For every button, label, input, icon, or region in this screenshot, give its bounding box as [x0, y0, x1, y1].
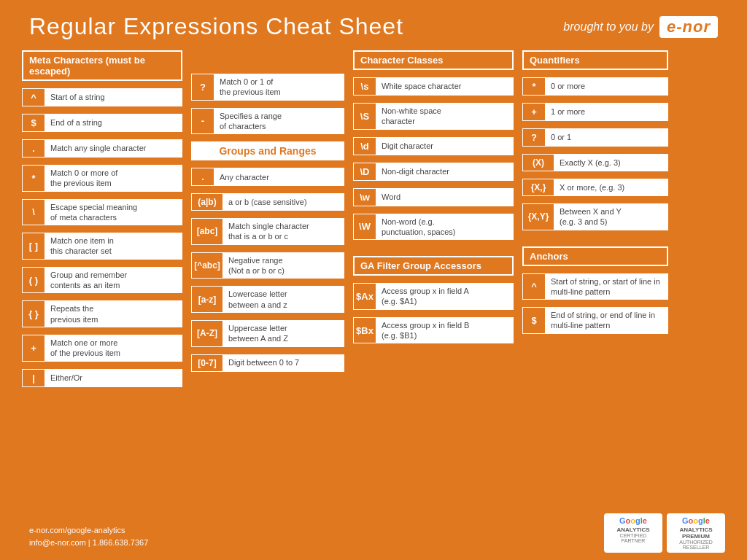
list-item: | Either/Or: [22, 369, 182, 387]
list-item: [ ] Match one item inthis character set: [22, 233, 182, 260]
list-item: ? Match 0 or 1 ofthe previous item: [191, 74, 344, 101]
anchors-title: Anchors: [522, 246, 668, 266]
desc-abc: Match single characterthat is a or b or …: [223, 218, 344, 245]
symbol-q-plus: +: [522, 103, 546, 121]
groups-ranges-section: ? Match 0 or 1 ofthe previous item - Spe…: [191, 50, 344, 390]
list-item: \ Escape special meaningof meta characte…: [22, 199, 182, 226]
desc-group: Group and remembercontents as an item: [45, 267, 182, 294]
header: Regular Expressions Cheat Sheet brought …: [0, 0, 747, 47]
badge-premium: Google ANALYTICS PREMIUM AUTHORIZEDRESEL…: [667, 513, 725, 553]
list-item: { } Repeats theprevious item: [22, 300, 182, 327]
badge-label-analytics: ANALYTICS: [610, 526, 657, 533]
desc-a-start: Start of string, or start of line in mul…: [546, 273, 668, 300]
list-item: [A-Z] Uppercase letterbetween A and Z: [191, 320, 344, 347]
footer: e-nor.com/google-analytics info@e-nor.co…: [29, 524, 148, 550]
symbol-q-star: *: [522, 77, 546, 96]
meta-section-title: Meta Characters (must be escaped): [22, 50, 182, 81]
desc-digit: Digit character: [376, 137, 514, 155]
list-item: * 0 or more: [522, 77, 668, 96]
symbol-dot: .: [22, 139, 45, 158]
symbol-brackets: [ ]: [22, 233, 45, 260]
badge-label-premium: ANALYTICS PREMIUM: [673, 526, 719, 540]
desc-bx: Access group x in field B(e.g. $B1): [376, 317, 514, 344]
desc-q-01: 0 or 1: [546, 128, 668, 147]
desc-word: Word: [376, 188, 514, 206]
symbol-q-XY: {X,Y}: [522, 203, 554, 230]
desc-q-XY: Between X and Y(e.g. 3 and 5): [554, 203, 668, 230]
list-item: (X) Exactly X (e.g. 3): [522, 154, 668, 171]
list-item: \D Non-digit character: [353, 163, 514, 181]
desc-either-or: Either/Or: [45, 369, 182, 387]
list-item: \w Word: [353, 188, 514, 206]
desc-one-more: Match one or moreof the previous item: [45, 335, 182, 362]
symbol-W: \W: [353, 214, 376, 241]
desc-AZ: Uppercase letterbetween A and Z: [223, 320, 344, 347]
desc-escape: Escape special meaningof meta characters: [45, 199, 182, 226]
desc-repeats: Repeats theprevious item: [45, 300, 182, 327]
list-item: . Any character: [191, 168, 344, 186]
desc-nondigit: Non-digit character: [376, 163, 514, 181]
list-item: $ End of a string: [22, 114, 182, 132]
desc-char-set: Match one item inthis character set: [45, 233, 182, 260]
symbol-07: [0-7]: [191, 354, 223, 372]
symbol-q: ?: [191, 74, 214, 101]
symbol-D: \D: [353, 163, 376, 181]
desc-q-exactX: Exactly X (e.g. 3): [554, 154, 668, 171]
footer-url: e-nor.com/google-analytics: [29, 524, 148, 537]
list-item: \s White space character: [353, 77, 514, 96]
desc-any-single: Match any single character: [45, 139, 182, 158]
brand-logo: e-nor: [659, 16, 718, 38]
desc-q-1more: 1 or more: [546, 103, 668, 121]
symbol-abc: [abc]: [191, 218, 223, 245]
desc-range: Specifies a rangeof characters: [214, 108, 344, 135]
desc-start-string: Start of a string: [45, 88, 182, 106]
footer-contact: info@e-nor.com | 1.866.638.7367: [29, 537, 148, 550]
desc-q-0more: 0 or more: [546, 77, 668, 96]
symbol-ab: (a|b): [191, 193, 223, 211]
desc-whitespace: White space character: [376, 77, 514, 96]
list-item: (a|b) a or b (case sensitive): [191, 193, 344, 211]
desc-match01: Match 0 or 1 ofthe previous item: [214, 74, 344, 101]
symbol-backslash: \: [22, 199, 45, 226]
char-classes-section: Character Classes \s White space charact…: [353, 50, 514, 390]
symbol-parens: ( ): [22, 267, 45, 294]
list-item: - Specifies a rangeof characters: [191, 108, 344, 135]
desc-q-Xmore: X or more, (e.g. 3): [554, 179, 668, 196]
groups-section-title: Groups and Ranges: [191, 141, 344, 160]
desc-zero-more: Match 0 or more ofthe previous item: [45, 165, 182, 192]
google-text: Google: [610, 516, 657, 525]
list-item: \d Digit character: [353, 137, 514, 155]
list-item: $Ax Access group x in field A(e.g. $A1): [353, 283, 514, 310]
desc-nonword: Non-word (e.g.punctuation, spaces): [376, 214, 514, 241]
symbol-ws: \s: [353, 77, 376, 96]
char-classes-title: Character Classes: [353, 50, 514, 70]
list-item: {X,Y} Between X and Y(e.g. 3 and 5): [522, 203, 668, 230]
main-content: Meta Characters (must be escaped) ^ Star…: [0, 50, 747, 390]
symbol-bx: $Bx: [353, 317, 376, 344]
list-item: $ End of string, or end of line in multi…: [522, 307, 668, 334]
list-item: [0-7] Digit between 0 to 7: [191, 354, 344, 372]
desc-notabc: Negative range(Not a or b or c): [223, 252, 344, 279]
list-item: $Bx Access group x in field B(e.g. $B1): [353, 317, 514, 344]
brand-area: brought to you by e-nor: [563, 16, 718, 38]
symbol-plus: +: [22, 335, 45, 362]
list-item: + Match one or moreof the previous item: [22, 335, 182, 362]
brand-text: brought to you by: [563, 20, 654, 34]
desc-nonwhitespace: Non-white spacecharacter: [376, 103, 514, 130]
list-item: ^ Start of string, or start of line in m…: [522, 273, 668, 300]
list-item: + 1 or more: [522, 103, 668, 121]
list-item: \S Non-white spacecharacter: [353, 103, 514, 130]
desc-any-char: Any character: [214, 168, 344, 186]
symbol-AZ: [A-Z]: [191, 320, 223, 347]
symbol-w: \w: [353, 188, 376, 206]
list-item: ( ) Group and remembercontents as an ite…: [22, 267, 182, 294]
list-item: . Match any single character: [22, 139, 182, 158]
desc-ab: a or b (case sensitive): [223, 193, 344, 211]
symbol-dot2: .: [191, 168, 214, 186]
symbol-braces: { }: [22, 300, 45, 327]
symbol-WS: \S: [353, 103, 376, 130]
list-item: {X,} X or more, (e.g. 3): [522, 179, 668, 196]
symbol-notabc: [^abc]: [191, 252, 223, 279]
badge-type-reseller: AUTHORIZEDRESELLER: [673, 540, 719, 550]
symbol-a-caret: ^: [522, 273, 546, 300]
